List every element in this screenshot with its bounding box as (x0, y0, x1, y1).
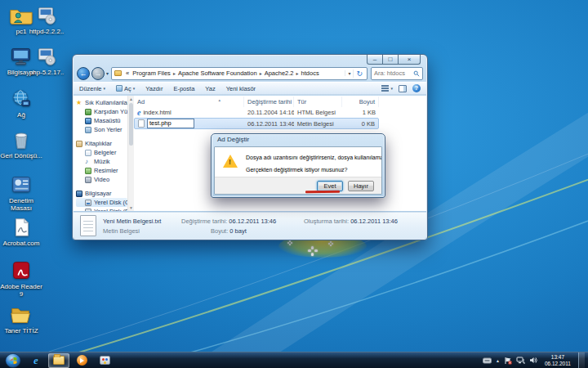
maximize-button[interactable]: □ (382, 55, 399, 65)
sidebar-group-libraries[interactable]: Kitaplıklar (76, 139, 127, 148)
text-file-icon (138, 119, 145, 128)
show-desktop-button[interactable] (578, 352, 585, 368)
search-input[interactable]: Ara: htdocs (371, 67, 423, 80)
details-created-value: 06.12.2011 13:46 (350, 218, 398, 225)
paint-icon (100, 356, 110, 365)
volume-tray-icon[interactable] (529, 357, 537, 364)
sidebar-item-videos[interactable]: Video (76, 175, 127, 184)
close-button[interactable]: × (398, 55, 421, 65)
show-hidden-icons-button[interactable]: ▲ (496, 358, 500, 363)
rename-confirm-dialog: Ad Değiştir Dosya adı uzantısını değişti… (211, 133, 385, 198)
breadcrumb-item[interactable]: Apache Software Foundation (176, 70, 259, 77)
file-type: HTML Belgesi (294, 109, 342, 116)
details-filename: Yeni Metin Belgesi.txt (103, 218, 181, 225)
scrollbar-thumb[interactable] (129, 103, 133, 146)
sidebar-item-desktop[interactable]: Masaüstü (76, 116, 127, 125)
file-type: Metin Belgesi (294, 120, 342, 128)
sidebar-group-computer[interactable]: Bilgisayar (76, 189, 127, 198)
desktop-icon-label: Geri Dönüşü... (0, 152, 42, 159)
sidebar-item-disk-c[interactable]: Yerel Disk (C:) (76, 198, 127, 207)
start-button[interactable] (5, 353, 21, 368)
videos-icon (85, 177, 91, 183)
desktop-icon-acrobat-com[interactable]: Acrobat.com (0, 217, 42, 247)
dialog-message-line2: Gerçekten değiştirmek istiyor musunuz? (246, 167, 348, 173)
taskbar-wmp-button[interactable] (71, 353, 92, 368)
column-header-modified[interactable]: Değiştirme tarihi (244, 96, 294, 107)
scroll-up-icon[interactable]: ▲ (128, 96, 134, 101)
yes-button[interactable]: Evet (317, 181, 343, 191)
adobe-reader-icon (8, 260, 34, 281)
desktop-icon-network[interactable]: Ağ (0, 88, 42, 119)
back-button[interactable]: ← (77, 67, 90, 80)
desktop-icon-recycle-bin[interactable]: Geri Dönüşü... (0, 129, 42, 159)
sidebar-group-favorites[interactable]: ★ Sık Kullanılanlar (76, 98, 127, 107)
history-dropdown-icon[interactable]: ▾ (106, 70, 109, 76)
action-center-flag-icon[interactable] (504, 357, 512, 365)
sidebar-item-disk-d[interactable]: Yerel Disk (D:) (76, 207, 127, 211)
taskbar-clock[interactable]: 13:47 06.12.2011 (541, 354, 574, 366)
taskbar-explorer-button[interactable] (48, 353, 69, 368)
desktop-icon-adobe-reader[interactable]: Adobe Reader 9 (0, 260, 42, 298)
refresh-icon[interactable]: ↻ (353, 70, 365, 78)
installer-package-icon (33, 5, 60, 26)
address-dropdown-icon[interactable]: ▾ (345, 70, 353, 76)
star-icon: ★ (76, 100, 82, 106)
details-size-label: Boyut: (211, 227, 228, 235)
file-modified: 20.11.2004 14:16 (244, 109, 294, 116)
windows-logo-icon (5, 353, 21, 368)
menu-duzenle[interactable]: Düzenle ▾ (79, 85, 105, 92)
sidebar-item-music[interactable]: ♪Müzik (76, 157, 127, 166)
column-header-type[interactable]: Tür (294, 96, 342, 107)
desktop-icon-control-panel[interactable]: Denetim Masası (0, 174, 42, 212)
help-icon[interactable]: ? (412, 84, 421, 92)
file-row-test-php[interactable]: test.php 06.12.2011 13:46 Metin Belgesi … (134, 118, 379, 129)
sidebar-scrollbar[interactable]: ▲ ▼ (127, 96, 134, 211)
new-folder-button[interactable]: Yeni klasör (226, 85, 256, 92)
open-app-icon (116, 85, 122, 92)
file-size: 1 KB (342, 109, 379, 116)
sidebar-item-pictures[interactable]: Resimler (76, 166, 127, 175)
disk-drive-icon (85, 209, 91, 212)
device-tray-icon[interactable] (483, 357, 492, 364)
music-note-icon: ♪ (85, 159, 91, 165)
address-bar[interactable]: « Program Files ▸ Apache Software Founda… (111, 67, 368, 80)
menu-ac[interactable]: Aç ▾ (116, 85, 135, 92)
desktop-icon-taner-folder[interactable]: Taner TİTİZ (0, 304, 42, 334)
views-button[interactable]: ▾ (381, 84, 393, 93)
menu-yaz[interactable]: Yaz (205, 85, 215, 92)
menu-yazdir[interactable]: Yazdır (145, 85, 163, 92)
dropdown-caret-icon: ▾ (390, 86, 393, 91)
breadcrumb-item[interactable]: Program Files (131, 70, 172, 77)
file-row-index-html[interactable]: e index.html 20.11.2004 14:16 HTML Belge… (134, 107, 425, 118)
desktop-icon-label: Adobe Reader 9 (0, 283, 42, 298)
column-header-name[interactable]: Ad ▴ (134, 96, 244, 107)
no-button[interactable]: Hayır (348, 181, 374, 191)
taskbar-paint-button[interactable] (94, 353, 115, 368)
rename-edit-field[interactable]: test.php (147, 119, 194, 128)
media-player-icon (77, 355, 87, 366)
breadcrumb-item[interactable]: htdocs (300, 70, 321, 77)
control-panel-icon (8, 174, 34, 195)
dropdown-caret-icon: ▾ (133, 86, 136, 91)
details-size-value: 0 bayt (229, 227, 246, 235)
minimize-button[interactable]: – (367, 55, 383, 65)
libraries-icon (76, 141, 82, 147)
network-globe-icon (8, 88, 34, 110)
sidebar-item-downloads[interactable]: Karşıdan Yüklem (76, 107, 127, 116)
taskbar-ie-button[interactable]: e (25, 353, 47, 368)
preview-pane-icon[interactable] (399, 85, 407, 92)
sidebar-item-recent[interactable]: Son Yerler (76, 125, 127, 134)
forward-button[interactable]: → (91, 67, 105, 80)
desktop-icon-label: httpd-2.2.2.. (29, 28, 65, 35)
desktop-icon-php-installer[interactable]: php-5.2.17.. (25, 46, 68, 76)
breadcrumb-item[interactable]: Apache2.2 (263, 70, 296, 77)
scroll-down-icon[interactable]: ▼ (128, 205, 134, 210)
window-controls: – □ × (368, 55, 421, 65)
menu-eposta[interactable]: E-posta (173, 85, 194, 92)
sidebar-item-documents[interactable]: Belgeler (76, 148, 127, 157)
column-header-size[interactable]: Boyut (342, 96, 379, 107)
network-tray-icon[interactable] (516, 357, 525, 364)
desktop-icon-httpd-installer[interactable]: httpd-2.2.2.. (25, 5, 68, 35)
computer-icon (76, 191, 82, 197)
breadcrumb-prefix: « (124, 70, 131, 77)
